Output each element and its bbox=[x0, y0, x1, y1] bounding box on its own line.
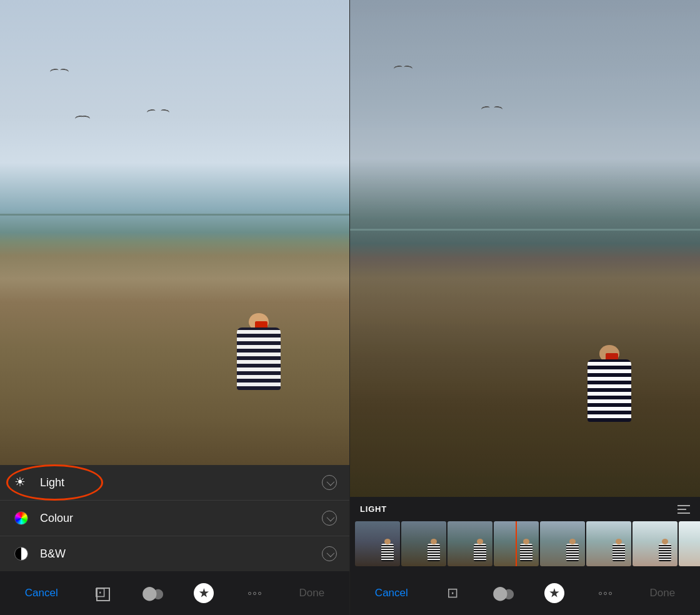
colour-icon bbox=[14, 511, 28, 525]
film-thumb-8[interactable] bbox=[679, 521, 700, 566]
filmstrip[interactable] bbox=[350, 519, 700, 571]
thumb-child-7 bbox=[659, 544, 671, 561]
sun-icon-container: ☀ bbox=[12, 474, 30, 491]
more-dot-r2 bbox=[604, 592, 607, 595]
horizon-line bbox=[0, 214, 349, 216]
thumb-inner-8 bbox=[679, 521, 700, 566]
more-dot-r1 bbox=[599, 592, 602, 595]
bird-3 bbox=[147, 109, 169, 117]
crop-button-right[interactable]: ⊡ bbox=[441, 581, 464, 605]
colour-label: Colour bbox=[40, 512, 322, 525]
thumb-child-5 bbox=[566, 544, 579, 561]
adjust-icon-active bbox=[194, 583, 214, 603]
light-chevron[interactable] bbox=[322, 475, 337, 490]
filters-button-right[interactable]: ⬤ ⬤ bbox=[491, 581, 515, 605]
child-body bbox=[237, 328, 281, 390]
light-panel-title: LIGHT bbox=[360, 504, 387, 514]
thumb-inner-6 bbox=[586, 521, 631, 566]
thumb-inner-2 bbox=[401, 521, 446, 566]
right-photo-area bbox=[350, 0, 700, 497]
left-toolbar: Cancel ⊡ ⬤ ⬤ Done bbox=[0, 571, 349, 615]
cancel-button-right[interactable]: Cancel bbox=[370, 584, 413, 602]
more-dot-r3 bbox=[609, 592, 612, 595]
adjust-button-right[interactable] bbox=[542, 581, 566, 605]
list-view-button[interactable] bbox=[678, 505, 690, 514]
thumb-inner-1 bbox=[355, 521, 400, 566]
left-photo-area bbox=[0, 0, 349, 465]
thumb-child-4 bbox=[520, 544, 532, 561]
adjust-button-left[interactable] bbox=[192, 581, 216, 605]
thumb-child-2 bbox=[428, 544, 440, 561]
child-body-right bbox=[588, 359, 631, 422]
more-dot-2 bbox=[253, 592, 256, 595]
film-thumb-4[interactable] bbox=[494, 521, 539, 566]
bird-1 bbox=[50, 69, 69, 76]
list-line-3 bbox=[678, 512, 690, 514]
film-thumb-3[interactable] bbox=[448, 521, 492, 566]
light-control-row[interactable]: ☀ Light bbox=[0, 465, 349, 501]
selection-indicator bbox=[516, 521, 517, 566]
film-thumb-2[interactable] bbox=[401, 521, 446, 566]
controls-panel: ☀ Light Colour B&W bbox=[0, 465, 349, 571]
film-thumb-5[interactable] bbox=[540, 521, 585, 566]
thumb-child-6 bbox=[612, 544, 625, 561]
crop-button-left[interactable]: ⊡ bbox=[90, 581, 114, 605]
child-figure-left bbox=[231, 315, 287, 390]
adjust-star bbox=[199, 588, 209, 598]
light-panel-header: LIGHT bbox=[350, 497, 700, 519]
thumb-inner-3 bbox=[448, 521, 492, 566]
more-button-left[interactable] bbox=[243, 581, 267, 605]
film-thumb-7[interactable] bbox=[632, 521, 678, 566]
bw-control-row[interactable]: B&W bbox=[0, 536, 349, 571]
more-dot-3 bbox=[258, 592, 261, 595]
cancel-button-left[interactable]: Cancel bbox=[20, 584, 63, 602]
film-thumb-6[interactable] bbox=[586, 521, 631, 566]
film-thumb-1[interactable] bbox=[355, 521, 400, 566]
left-panel: ☀ Light Colour B&W Cancel ⊡ bbox=[0, 0, 350, 615]
bw-label: B&W bbox=[40, 548, 322, 561]
adjust-star-right bbox=[549, 588, 559, 598]
colour-chevron[interactable] bbox=[322, 511, 337, 526]
bw-icon-container bbox=[12, 545, 30, 562]
colour-icon-container bbox=[12, 509, 30, 527]
thumb-inner-5 bbox=[540, 521, 585, 566]
more-icon bbox=[248, 592, 261, 595]
right-toolbar: Cancel ⊡ ⬤ ⬤ Done bbox=[350, 571, 700, 615]
child-figure-right bbox=[581, 347, 638, 422]
adjust-icon-active-right bbox=[544, 583, 564, 603]
more-dot-1 bbox=[248, 592, 251, 595]
right-beach-photo bbox=[350, 0, 700, 497]
light-label: Light bbox=[40, 476, 322, 489]
bw-chevron[interactable] bbox=[322, 546, 337, 561]
light-panel: LIGHT bbox=[350, 497, 700, 571]
bw-icon bbox=[14, 547, 28, 561]
done-button-left: Done bbox=[294, 584, 330, 602]
colour-control-row[interactable]: Colour bbox=[0, 501, 349, 536]
crop-icon: ⊡ bbox=[94, 586, 109, 601]
thumb-child-3 bbox=[474, 544, 486, 561]
left-beach-photo bbox=[0, 0, 349, 465]
thumb-inner-7 bbox=[632, 521, 678, 566]
thumb-child-1 bbox=[381, 544, 394, 561]
bird-2 bbox=[75, 116, 90, 123]
done-button-right: Done bbox=[644, 584, 680, 602]
horizon-line-right bbox=[350, 229, 700, 231]
more-icon-right bbox=[599, 592, 612, 595]
right-panel: LIGHT bbox=[350, 0, 700, 615]
more-button-right[interactable] bbox=[594, 581, 618, 605]
list-line-2 bbox=[678, 509, 686, 510]
bird-r-2 bbox=[481, 106, 502, 114]
filters-button-left[interactable]: ⬤ ⬤ bbox=[141, 581, 165, 605]
bird-r-1 bbox=[394, 66, 412, 73]
sun-icon: ☀ bbox=[14, 476, 28, 489]
list-line-1 bbox=[678, 505, 690, 506]
